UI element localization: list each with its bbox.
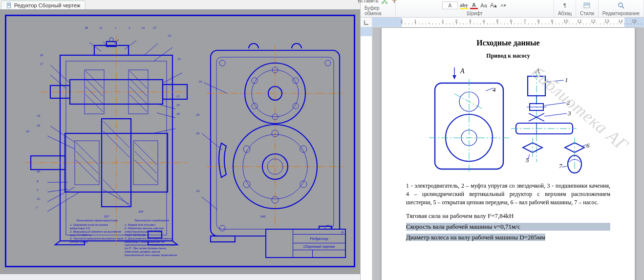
svg-line-117 <box>544 103 566 106</box>
svg-line-20 <box>129 79 147 96</box>
svg-line-114 <box>546 80 564 82</box>
document-icon <box>6 2 12 8</box>
ribbon-group-clipboard: Вставить Буфер обмена <box>361 0 396 17</box>
svg-line-48 <box>47 192 80 212</box>
svg-line-53 <box>144 43 158 55</box>
callout: 20 <box>176 112 180 116</box>
grow-font-icon[interactable]: A▴ <box>490 1 497 9</box>
svg-line-16 <box>86 79 103 96</box>
callout: 18 <box>40 53 43 57</box>
svg-line-129 <box>581 145 586 147</box>
svg-line-49 <box>89 43 101 51</box>
callout: 13 <box>168 34 171 38</box>
highlight-icon[interactable]: aby <box>460 1 468 9</box>
cad-panel: Редуктор Сборный чертеж <box>0 0 361 280</box>
label-6: 6 <box>586 142 590 149</box>
dimension: 257 <box>104 215 109 218</box>
svg-line-47 <box>47 187 75 202</box>
svg-line-90 <box>204 83 227 93</box>
ribbon-label-edit: Редактирование <box>602 11 640 16</box>
document-area[interactable]: библиотека АГ Исходные данные Привод к н… <box>372 27 644 280</box>
notes-title-right: Технические требования <box>125 219 178 222</box>
cad-hscrollbar[interactable] <box>0 274 360 280</box>
font-color-icon[interactable]: A <box>470 1 478 9</box>
svg-point-72 <box>293 103 299 109</box>
shrink-font-icon[interactable]: A▾ <box>499 1 507 9</box>
svg-line-17 <box>86 86 103 104</box>
svg-rect-96 <box>394 0 395 3</box>
label-3: 3 <box>567 109 571 117</box>
label-A1: А <box>460 67 465 75</box>
callout: 29 <box>37 124 40 128</box>
callout: 21 <box>176 94 180 98</box>
callout: 25 <box>176 103 180 107</box>
find-icon[interactable] <box>617 1 625 9</box>
tab-stop-icon <box>364 20 369 25</box>
data-line-force: Тяговая сила на рабочем валу F=7,84kH <box>406 212 610 220</box>
callout: 8 <box>37 179 39 183</box>
label-7: 7 <box>559 162 562 170</box>
svg-point-61 <box>219 60 225 66</box>
svg-line-44 <box>47 136 75 149</box>
cad-tab-active[interactable]: Редуктор Сборный чертеж <box>1 0 86 9</box>
svg-point-75 <box>252 78 258 84</box>
ribbon-label-styles: Стили <box>580 11 594 16</box>
callout: 30 <box>37 170 40 173</box>
label-2: 2 <box>567 99 570 106</box>
ribbon-group-font: A aby A Aa A▴ A▾ Шрифт <box>396 0 554 17</box>
vertical-ruler[interactable] <box>361 27 372 280</box>
ribbon-label-font: Шрифт <box>467 11 483 16</box>
plan-view <box>202 36 348 246</box>
svg-point-74 <box>252 103 258 109</box>
callout: 22 <box>37 197 40 201</box>
ribbon-group-edit: Редактирование <box>599 0 644 17</box>
section-view <box>21 36 192 246</box>
styles-icon[interactable] <box>583 1 591 9</box>
svg-line-34 <box>134 151 157 173</box>
svg-rect-2 <box>8 4 10 5</box>
ribbon: Вставить Буфер обмена A aby A Aa A▴ A▾ Ш… <box>361 0 644 18</box>
title-block: А1 Редуктор Сборочный чертеж <box>265 229 346 258</box>
callout: 23 <box>26 129 29 133</box>
ruler-corner[interactable] <box>361 18 372 27</box>
cad-tabbar: Редуктор Сборный чертеж <box>0 0 360 10</box>
svg-line-30 <box>76 142 98 165</box>
change-case-icon[interactable]: Aa <box>480 1 488 9</box>
callout: 19 <box>37 114 40 118</box>
cut-icon[interactable] <box>381 0 388 4</box>
cad-drawing-area[interactable]: 18 17 19 29 23 30 8 5 22 7 28 11 1 2 14 … <box>0 10 360 274</box>
cad-tab-label: Редуктор Сборный чертеж <box>14 2 80 8</box>
svg-point-8 <box>109 38 113 42</box>
title-main: Редуктор <box>293 235 345 243</box>
paste-button[interactable]: Вставить <box>358 0 378 4</box>
callout: 2 <box>129 26 130 30</box>
svg-rect-1 <box>8 3 10 4</box>
label-4: 4 <box>493 86 496 93</box>
svg-line-54 <box>154 47 172 61</box>
title-sub: Сборочный чертеж <box>293 243 345 250</box>
data-line-speed: Скорость вала рабочей машины v=0,71м/с <box>406 223 610 231</box>
svg-line-32 <box>76 160 98 182</box>
label-A2: А <box>535 67 540 75</box>
ribbon-group-paragraph: ¶ Абзац <box>554 0 576 17</box>
svg-point-63 <box>219 225 225 231</box>
page: библиотека АГ Исходные данные Привод к н… <box>381 27 635 280</box>
svg-line-43 <box>50 126 75 142</box>
horizontal-ruler[interactable]: 211234567891011121314151617 <box>372 18 644 27</box>
svg-line-42 <box>50 75 66 88</box>
dimension: 104 <box>138 210 143 213</box>
svg-line-131 <box>562 166 567 167</box>
svg-line-21 <box>129 86 147 104</box>
svg-rect-97 <box>584 3 590 4</box>
font-box[interactable]: A <box>442 1 458 9</box>
svg-line-50 <box>103 42 108 47</box>
notes-left: 1. Окружная сила на колесе редуктора 2,5… <box>70 223 124 243</box>
svg-point-99 <box>619 3 623 7</box>
svg-line-120 <box>544 113 567 116</box>
dimension: 240 <box>260 215 265 218</box>
ribbon-group-styles: Стили <box>576 0 599 17</box>
paragraph-icon[interactable]: ¶ <box>561 1 569 9</box>
doc-subtitle: Привод к насосу <box>406 52 610 60</box>
callout: 14 <box>141 26 145 30</box>
callout: 24 <box>196 131 199 135</box>
